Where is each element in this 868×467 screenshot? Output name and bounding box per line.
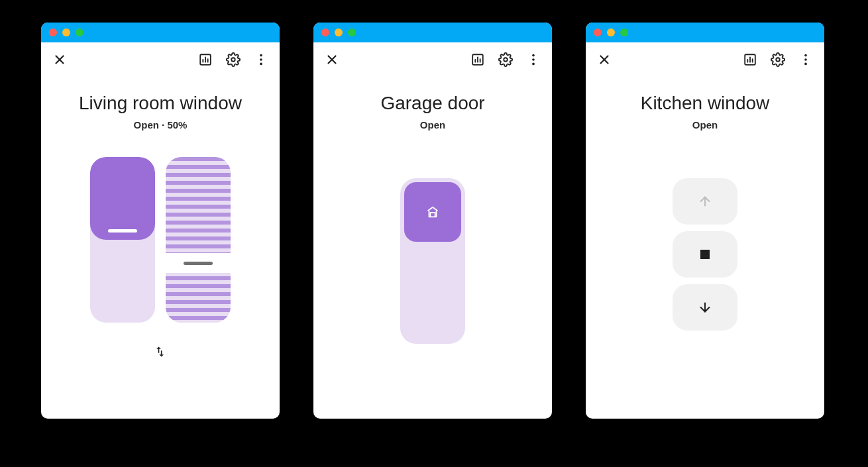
window-minimize-traffic[interactable] bbox=[335, 28, 343, 36]
device-status: Open · 50% bbox=[41, 119, 280, 130]
device-status: Open bbox=[586, 119, 824, 130]
history-button[interactable] bbox=[464, 46, 491, 73]
tilt-stripes bbox=[166, 157, 231, 323]
device-title: Garage door bbox=[313, 93, 552, 114]
garage-icon bbox=[425, 205, 440, 219]
svg-point-7 bbox=[532, 54, 535, 57]
close-button[interactable] bbox=[591, 46, 618, 73]
more-button[interactable] bbox=[248, 46, 274, 73]
toolbar bbox=[586, 42, 824, 77]
window-close-traffic[interactable] bbox=[321, 28, 329, 36]
more-vert-icon bbox=[526, 52, 541, 67]
stop-icon bbox=[700, 250, 710, 259]
settings-button[interactable] bbox=[765, 46, 791, 73]
cover-stop-button[interactable] bbox=[673, 231, 737, 278]
window-zoom-traffic[interactable] bbox=[348, 28, 356, 36]
device-panel-living-room-window: Living room window Open · 50% bbox=[41, 23, 280, 419]
device-title: Kitchen window bbox=[586, 93, 824, 114]
history-button[interactable] bbox=[192, 46, 219, 73]
close-button[interactable] bbox=[319, 46, 345, 73]
history-button[interactable] bbox=[737, 46, 763, 73]
swap-vert-icon bbox=[154, 345, 167, 358]
svg-point-14 bbox=[804, 63, 807, 66]
arrow-up-icon bbox=[698, 194, 712, 209]
window-titlebar bbox=[586, 23, 824, 42]
cover-position-slider[interactable] bbox=[90, 157, 155, 323]
gear-icon bbox=[771, 52, 785, 67]
toggle-button[interactable] bbox=[147, 338, 174, 365]
svg-point-9 bbox=[532, 63, 535, 66]
cover-tilt-slider[interactable] bbox=[166, 157, 231, 323]
svg-point-11 bbox=[776, 58, 780, 62]
window-close-traffic[interactable] bbox=[49, 28, 57, 36]
more-button[interactable] bbox=[792, 46, 819, 73]
svg-point-1 bbox=[231, 58, 235, 62]
svg-point-8 bbox=[532, 58, 535, 61]
device-panel-garage-door: Garage door Open bbox=[313, 23, 552, 419]
window-minimize-traffic[interactable] bbox=[607, 28, 615, 36]
cover-down-button[interactable] bbox=[673, 284, 737, 331]
cover-position-handle[interactable] bbox=[108, 229, 137, 233]
window-zoom-traffic[interactable] bbox=[620, 28, 628, 36]
svg-point-13 bbox=[804, 58, 807, 61]
garage-toggle[interactable] bbox=[400, 178, 465, 344]
device-status: Open bbox=[313, 119, 552, 130]
gear-icon bbox=[498, 52, 513, 67]
cover-up-button bbox=[673, 178, 737, 225]
window-zoom-traffic[interactable] bbox=[76, 28, 83, 36]
garage-state-pill bbox=[404, 182, 461, 242]
window-close-traffic[interactable] bbox=[594, 28, 602, 36]
arrow-down-icon bbox=[698, 300, 712, 315]
cover-position-fill bbox=[90, 157, 155, 240]
device-panel-kitchen-window: Kitchen window Open bbox=[586, 23, 824, 419]
gear-icon bbox=[226, 52, 241, 67]
more-vert-icon bbox=[798, 52, 813, 67]
svg-point-4 bbox=[260, 63, 262, 66]
window-titlebar bbox=[41, 23, 280, 42]
device-title: Living room window bbox=[41, 93, 280, 114]
chart-icon bbox=[198, 52, 213, 67]
settings-button[interactable] bbox=[220, 46, 246, 73]
window-minimize-traffic[interactable] bbox=[62, 28, 70, 36]
cover-tilt-handle[interactable] bbox=[166, 253, 231, 273]
close-icon bbox=[597, 52, 612, 67]
toolbar bbox=[313, 42, 552, 77]
close-icon bbox=[325, 52, 339, 67]
settings-button[interactable] bbox=[492, 46, 519, 73]
chart-icon bbox=[743, 52, 757, 67]
svg-point-2 bbox=[260, 54, 262, 57]
svg-point-12 bbox=[804, 54, 807, 57]
window-titlebar bbox=[313, 23, 552, 42]
svg-point-3 bbox=[260, 58, 262, 61]
chart-icon bbox=[470, 52, 485, 67]
close-button[interactable] bbox=[46, 46, 73, 73]
more-button[interactable] bbox=[520, 46, 547, 73]
svg-point-6 bbox=[504, 58, 508, 62]
toolbar bbox=[41, 42, 280, 77]
more-vert-icon bbox=[254, 52, 268, 67]
close-icon bbox=[52, 52, 67, 67]
